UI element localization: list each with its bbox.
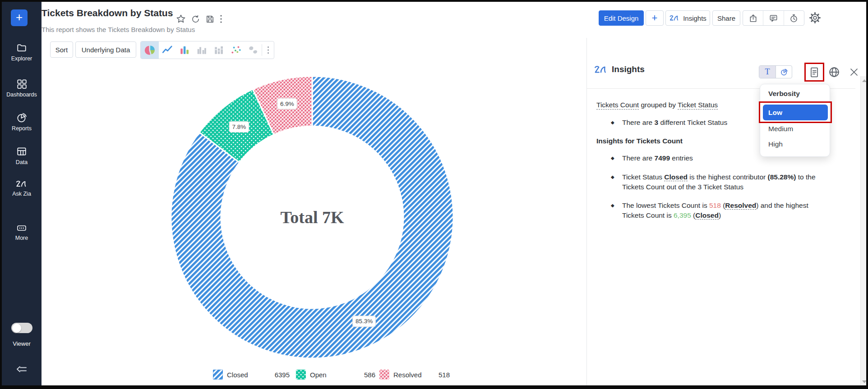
bullet-strong: 3 xyxy=(655,119,659,126)
toggle-knob xyxy=(12,324,21,333)
favorite-star-icon[interactable] xyxy=(176,14,186,24)
scroll-up-arrow[interactable] xyxy=(862,79,867,82)
bullet-text: Ticket Status xyxy=(622,173,664,181)
collapse-sidebar-icon xyxy=(15,364,28,374)
language-button[interactable] xyxy=(828,66,840,80)
sort-button[interactable]: Sort xyxy=(50,41,73,58)
text-view-icon: T xyxy=(765,67,770,77)
slice-percent-label: 85.3% xyxy=(356,318,373,325)
insights-scrollbar[interactable] xyxy=(860,76,868,386)
export-icon xyxy=(748,14,758,23)
closed-status-link[interactable]: Closed xyxy=(695,211,719,220)
insights-section-heading: Insights for Tickets Count xyxy=(596,136,683,146)
slice-percent-label: 6.9% xyxy=(280,101,294,107)
more-chart-types-button[interactable] xyxy=(262,41,274,59)
chart-type-grouped-bar[interactable] xyxy=(193,41,210,59)
verbosity-option-low[interactable]: Low xyxy=(763,105,828,120)
sidebar-item-more[interactable]: More xyxy=(2,224,42,241)
bullet-text: There are xyxy=(622,154,655,162)
chart-type-scatter[interactable] xyxy=(227,41,245,59)
resolved-status-link[interactable]: Resolved xyxy=(725,201,756,210)
create-new-button[interactable]: + xyxy=(11,9,28,26)
comment-icon xyxy=(769,14,778,23)
pie-report-icon xyxy=(16,112,27,123)
tickets-count-link[interactable]: Tickets Count xyxy=(596,101,639,110)
grouped-by-text: grouped by xyxy=(639,101,678,109)
donut-chart: 85.3%7.8%6.9% Total 7K xyxy=(163,69,461,366)
add-button[interactable]: + xyxy=(646,10,664,26)
zia-icon xyxy=(15,180,28,188)
insights-button-label: Insights xyxy=(683,14,706,22)
sidebar-item-explorer[interactable]: Explorer xyxy=(2,42,42,62)
sidebar-item-dashboards[interactable]: Dashboards xyxy=(2,78,42,98)
insights-view-toggle: T xyxy=(759,65,792,78)
alarm-clock-icon xyxy=(789,14,799,23)
legend-item-closed[interactable]: Closed 6395 xyxy=(213,369,290,380)
share-button[interactable]: Share xyxy=(712,10,740,26)
bar-chart-icon xyxy=(179,45,190,55)
refresh-icon[interactable] xyxy=(191,14,200,24)
save-icon[interactable] xyxy=(205,14,215,24)
sidebar-item-data[interactable]: Data xyxy=(2,146,42,165)
alerts-button[interactable] xyxy=(784,11,804,25)
bullet-diamond-icon: ◆ xyxy=(611,153,622,163)
bullet-text: The lowest Tickets Count is xyxy=(622,201,709,209)
plus-icon: + xyxy=(16,10,23,24)
legend-swatch-open xyxy=(296,370,306,380)
sidebar-item-label: More xyxy=(2,235,42,241)
bullet-diamond-icon: ◆ xyxy=(611,201,622,220)
header-icon-group xyxy=(743,10,804,26)
panel-divider xyxy=(586,38,587,385)
sidebar-item-label: Data xyxy=(2,159,42,165)
bullet-diamond-icon: ◆ xyxy=(611,172,622,192)
bullet-text: ) xyxy=(719,211,721,219)
pie-view-icon xyxy=(780,68,788,76)
viewer-label: Viewer xyxy=(2,340,42,347)
viewer-mode-toggle[interactable] xyxy=(11,323,32,333)
sidebar-item-reports[interactable]: Reports xyxy=(2,112,42,132)
collapse-sidebar-button[interactable] xyxy=(15,364,28,376)
chart-type-stacked-bar[interactable] xyxy=(210,41,227,59)
edit-design-button[interactable]: Edit Design xyxy=(599,10,644,26)
insights-button[interactable]: Insights xyxy=(665,10,710,26)
ticket-status-link[interactable]: Ticket Status xyxy=(678,101,718,110)
zia-icon xyxy=(669,15,680,22)
legend-item-resolved[interactable]: Resolved 518 xyxy=(379,369,450,380)
document-icon xyxy=(809,66,820,79)
legend-swatch-closed xyxy=(213,370,223,380)
close-insights-button[interactable] xyxy=(849,67,859,79)
insights-text-view-tab[interactable]: T xyxy=(759,66,776,78)
scroll-down-arrow[interactable] xyxy=(862,380,867,383)
chart-type-map[interactable] xyxy=(245,41,262,59)
chart-type-pie[interactable] xyxy=(141,41,159,59)
page-title: Tickets Breakdown by Status xyxy=(42,8,173,18)
verbosity-option-high[interactable]: High xyxy=(768,140,783,148)
bullet-text: ( xyxy=(721,201,725,209)
bullet-strong: 7499 xyxy=(655,154,670,162)
pie-chart-icon xyxy=(144,45,155,55)
verbosity-option-medium[interactable]: Medium xyxy=(768,125,793,133)
underlying-data-button[interactable]: Underlying Data xyxy=(75,41,136,58)
legend-value: 586 xyxy=(364,371,375,379)
insights-chart-view-tab[interactable] xyxy=(776,66,792,78)
verbosity-button[interactable] xyxy=(809,66,820,81)
sidebar-item-ask-zia[interactable]: Ask Zia xyxy=(2,180,42,197)
bullet-diamond-icon: ◆ xyxy=(611,118,622,128)
close-icon xyxy=(849,67,859,77)
chart-type-line[interactable] xyxy=(159,41,176,59)
title-more-menu-icon[interactable] xyxy=(220,14,222,23)
chart-type-strip xyxy=(140,41,274,59)
legend-item-open[interactable]: Open 586 xyxy=(296,369,375,380)
more-chart-types-icon xyxy=(267,46,269,54)
settings-button[interactable] xyxy=(809,12,821,26)
page-subtitle: This report shows the Tickets Breakdown … xyxy=(42,26,195,33)
bullet-text: entries xyxy=(670,154,693,162)
scatter-plot-icon xyxy=(231,45,241,55)
export-button[interactable] xyxy=(743,11,763,25)
zia-icon xyxy=(594,65,608,76)
legend-value: 518 xyxy=(439,371,450,379)
chart-type-bar[interactable] xyxy=(176,41,193,59)
insight-bullet-3: ◆ Ticket Status Closed is the highest co… xyxy=(596,172,823,192)
comments-button[interactable] xyxy=(763,11,783,25)
closed-status-link[interactable]: Closed xyxy=(664,173,688,181)
